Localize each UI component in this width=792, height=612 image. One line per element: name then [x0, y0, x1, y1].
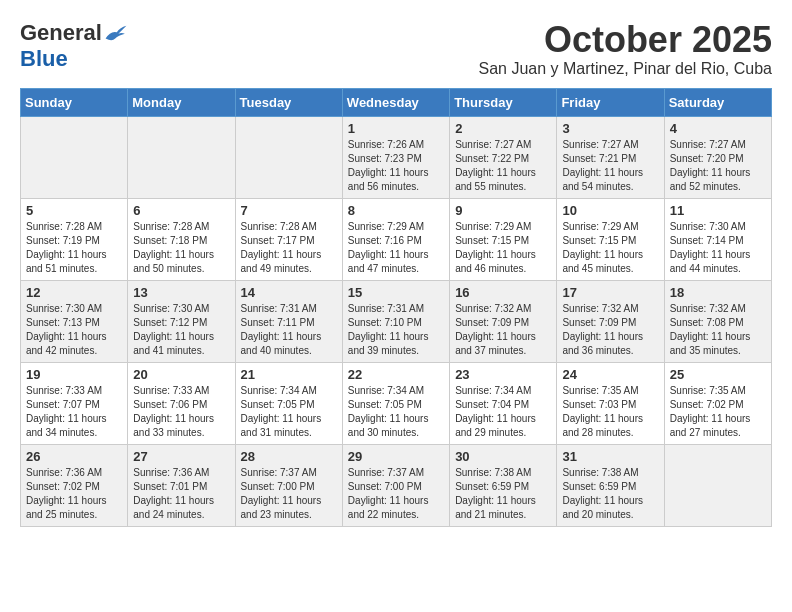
calendar-cell: 19Sunrise: 7:33 AM Sunset: 7:07 PM Dayli… [21, 362, 128, 444]
day-info: Sunrise: 7:33 AM Sunset: 7:06 PM Dayligh… [133, 384, 229, 440]
weekday-header-monday: Monday [128, 88, 235, 116]
weekday-header-tuesday: Tuesday [235, 88, 342, 116]
day-info: Sunrise: 7:32 AM Sunset: 7:09 PM Dayligh… [562, 302, 658, 358]
calendar-cell: 12Sunrise: 7:30 AM Sunset: 7:13 PM Dayli… [21, 280, 128, 362]
day-info: Sunrise: 7:26 AM Sunset: 7:23 PM Dayligh… [348, 138, 444, 194]
day-number: 30 [455, 449, 551, 464]
title-section: October 2025 San Juan y Martinez, Pinar … [479, 20, 772, 78]
calendar-cell: 20Sunrise: 7:33 AM Sunset: 7:06 PM Dayli… [128, 362, 235, 444]
calendar-cell: 28Sunrise: 7:37 AM Sunset: 7:00 PM Dayli… [235, 444, 342, 526]
day-info: Sunrise: 7:27 AM Sunset: 7:22 PM Dayligh… [455, 138, 551, 194]
day-number: 29 [348, 449, 444, 464]
day-info: Sunrise: 7:36 AM Sunset: 7:02 PM Dayligh… [26, 466, 122, 522]
weekday-header-saturday: Saturday [664, 88, 771, 116]
day-number: 4 [670, 121, 766, 136]
day-info: Sunrise: 7:35 AM Sunset: 7:02 PM Dayligh… [670, 384, 766, 440]
day-info: Sunrise: 7:32 AM Sunset: 7:08 PM Dayligh… [670, 302, 766, 358]
day-info: Sunrise: 7:28 AM Sunset: 7:18 PM Dayligh… [133, 220, 229, 276]
day-info: Sunrise: 7:27 AM Sunset: 7:21 PM Dayligh… [562, 138, 658, 194]
logo-bird-icon [104, 23, 128, 43]
day-number: 10 [562, 203, 658, 218]
day-number: 31 [562, 449, 658, 464]
day-info: Sunrise: 7:29 AM Sunset: 7:16 PM Dayligh… [348, 220, 444, 276]
calendar-cell [21, 116, 128, 198]
logo-general-text: General [20, 20, 102, 46]
calendar-cell: 8Sunrise: 7:29 AM Sunset: 7:16 PM Daylig… [342, 198, 449, 280]
day-info: Sunrise: 7:27 AM Sunset: 7:20 PM Dayligh… [670, 138, 766, 194]
calendar-cell: 9Sunrise: 7:29 AM Sunset: 7:15 PM Daylig… [450, 198, 557, 280]
day-number: 7 [241, 203, 337, 218]
calendar-cell: 3Sunrise: 7:27 AM Sunset: 7:21 PM Daylig… [557, 116, 664, 198]
logo: General Blue [20, 20, 128, 72]
day-info: Sunrise: 7:29 AM Sunset: 7:15 PM Dayligh… [455, 220, 551, 276]
day-number: 23 [455, 367, 551, 382]
weekday-header-wednesday: Wednesday [342, 88, 449, 116]
day-number: 26 [26, 449, 122, 464]
day-number: 1 [348, 121, 444, 136]
day-info: Sunrise: 7:31 AM Sunset: 7:10 PM Dayligh… [348, 302, 444, 358]
day-info: Sunrise: 7:29 AM Sunset: 7:15 PM Dayligh… [562, 220, 658, 276]
calendar-cell: 15Sunrise: 7:31 AM Sunset: 7:10 PM Dayli… [342, 280, 449, 362]
calendar-week-3: 12Sunrise: 7:30 AM Sunset: 7:13 PM Dayli… [21, 280, 772, 362]
day-number: 27 [133, 449, 229, 464]
calendar-cell: 21Sunrise: 7:34 AM Sunset: 7:05 PM Dayli… [235, 362, 342, 444]
page-header: General Blue October 2025 San Juan y Mar… [20, 20, 772, 78]
day-number: 12 [26, 285, 122, 300]
day-info: Sunrise: 7:28 AM Sunset: 7:17 PM Dayligh… [241, 220, 337, 276]
calendar-cell: 16Sunrise: 7:32 AM Sunset: 7:09 PM Dayli… [450, 280, 557, 362]
day-number: 25 [670, 367, 766, 382]
calendar-cell: 26Sunrise: 7:36 AM Sunset: 7:02 PM Dayli… [21, 444, 128, 526]
day-info: Sunrise: 7:35 AM Sunset: 7:03 PM Dayligh… [562, 384, 658, 440]
calendar-cell: 29Sunrise: 7:37 AM Sunset: 7:00 PM Dayli… [342, 444, 449, 526]
calendar-cell: 7Sunrise: 7:28 AM Sunset: 7:17 PM Daylig… [235, 198, 342, 280]
calendar-cell [235, 116, 342, 198]
day-number: 5 [26, 203, 122, 218]
calendar-cell [128, 116, 235, 198]
calendar-cell: 25Sunrise: 7:35 AM Sunset: 7:02 PM Dayli… [664, 362, 771, 444]
day-number: 21 [241, 367, 337, 382]
calendar-week-2: 5Sunrise: 7:28 AM Sunset: 7:19 PM Daylig… [21, 198, 772, 280]
location-title: San Juan y Martinez, Pinar del Rio, Cuba [479, 60, 772, 78]
day-number: 28 [241, 449, 337, 464]
calendar-cell: 14Sunrise: 7:31 AM Sunset: 7:11 PM Dayli… [235, 280, 342, 362]
day-info: Sunrise: 7:34 AM Sunset: 7:05 PM Dayligh… [348, 384, 444, 440]
calendar-cell: 6Sunrise: 7:28 AM Sunset: 7:18 PM Daylig… [128, 198, 235, 280]
calendar-cell: 2Sunrise: 7:27 AM Sunset: 7:22 PM Daylig… [450, 116, 557, 198]
day-info: Sunrise: 7:31 AM Sunset: 7:11 PM Dayligh… [241, 302, 337, 358]
day-number: 15 [348, 285, 444, 300]
calendar-header-row: SundayMondayTuesdayWednesdayThursdayFrid… [21, 88, 772, 116]
calendar-cell: 1Sunrise: 7:26 AM Sunset: 7:23 PM Daylig… [342, 116, 449, 198]
calendar-cell: 5Sunrise: 7:28 AM Sunset: 7:19 PM Daylig… [21, 198, 128, 280]
calendar-cell: 27Sunrise: 7:36 AM Sunset: 7:01 PM Dayli… [128, 444, 235, 526]
day-number: 11 [670, 203, 766, 218]
calendar-cell: 18Sunrise: 7:32 AM Sunset: 7:08 PM Dayli… [664, 280, 771, 362]
day-number: 19 [26, 367, 122, 382]
calendar-cell [664, 444, 771, 526]
calendar-table: SundayMondayTuesdayWednesdayThursdayFrid… [20, 88, 772, 527]
calendar-cell: 22Sunrise: 7:34 AM Sunset: 7:05 PM Dayli… [342, 362, 449, 444]
day-number: 18 [670, 285, 766, 300]
day-info: Sunrise: 7:30 AM Sunset: 7:12 PM Dayligh… [133, 302, 229, 358]
day-number: 20 [133, 367, 229, 382]
weekday-header-sunday: Sunday [21, 88, 128, 116]
calendar-cell: 4Sunrise: 7:27 AM Sunset: 7:20 PM Daylig… [664, 116, 771, 198]
day-number: 6 [133, 203, 229, 218]
calendar-cell: 23Sunrise: 7:34 AM Sunset: 7:04 PM Dayli… [450, 362, 557, 444]
day-number: 24 [562, 367, 658, 382]
day-info: Sunrise: 7:38 AM Sunset: 6:59 PM Dayligh… [455, 466, 551, 522]
day-number: 22 [348, 367, 444, 382]
day-info: Sunrise: 7:32 AM Sunset: 7:09 PM Dayligh… [455, 302, 551, 358]
weekday-header-friday: Friday [557, 88, 664, 116]
day-number: 17 [562, 285, 658, 300]
day-info: Sunrise: 7:36 AM Sunset: 7:01 PM Dayligh… [133, 466, 229, 522]
day-info: Sunrise: 7:38 AM Sunset: 6:59 PM Dayligh… [562, 466, 658, 522]
day-number: 8 [348, 203, 444, 218]
calendar-cell: 11Sunrise: 7:30 AM Sunset: 7:14 PM Dayli… [664, 198, 771, 280]
day-number: 16 [455, 285, 551, 300]
calendar-cell: 31Sunrise: 7:38 AM Sunset: 6:59 PM Dayli… [557, 444, 664, 526]
day-number: 2 [455, 121, 551, 136]
logo-blue-text: Blue [20, 46, 68, 72]
calendar-week-5: 26Sunrise: 7:36 AM Sunset: 7:02 PM Dayli… [21, 444, 772, 526]
day-number: 3 [562, 121, 658, 136]
day-info: Sunrise: 7:37 AM Sunset: 7:00 PM Dayligh… [348, 466, 444, 522]
